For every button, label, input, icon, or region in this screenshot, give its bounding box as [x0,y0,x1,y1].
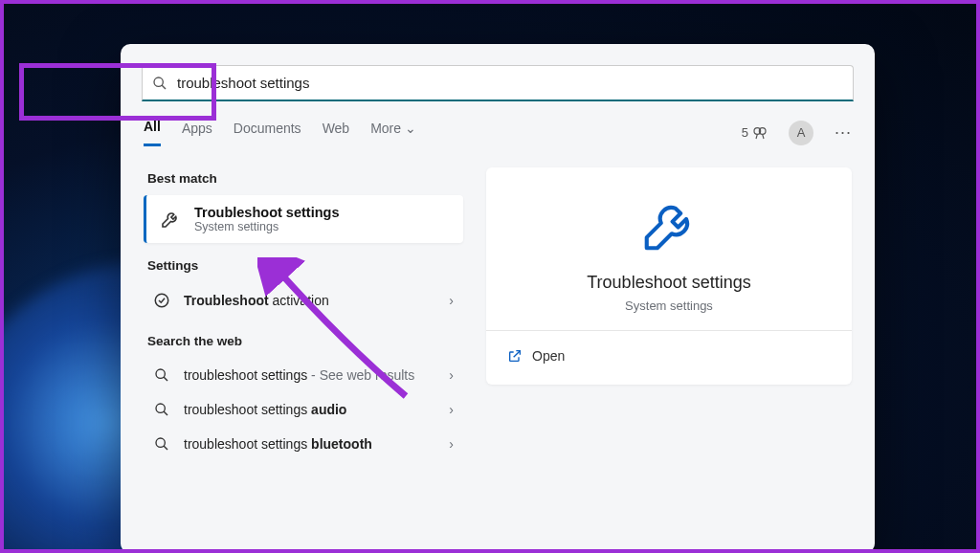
external-link-icon [507,348,523,364]
best-match-result[interactable]: Troubleshoot settings System settings [144,195,463,243]
chevron-right-icon: › [449,367,454,383]
web-result-1[interactable]: troubleshoot settings - See web results … [144,358,463,392]
section-best-match: Best match [147,171,459,186]
rewards-indicator[interactable]: 5 [742,125,768,141]
tab-more-label: More [370,121,401,136]
wrench-icon [158,207,183,232]
tab-documents[interactable]: Documents [234,121,301,145]
chevron-down-icon: ⌄ [405,121,416,136]
tab-all[interactable]: All [144,119,161,146]
web-result-3[interactable]: troubleshoot settings bluetooth › [144,427,463,461]
open-label: Open [532,348,565,364]
svg-point-4 [155,294,168,307]
svg-point-7 [156,404,165,412]
open-action[interactable]: Open [505,341,833,371]
detail-subtitle: System settings [505,299,833,313]
search-icon [151,436,172,452]
section-search-web: Search the web [147,334,459,348]
svg-line-10 [164,446,167,450]
svg-point-5 [156,369,165,378]
best-match-subtitle: System settings [194,220,339,233]
svg-line-8 [164,411,167,415]
wrench-icon-large [505,196,833,255]
checkmark-circle-icon [151,292,172,309]
settings-result-activation[interactable]: Troubleshoot activation › [144,282,463,319]
divider [486,330,852,331]
search-icon [151,402,172,417]
search-icon [152,76,167,91]
filter-tabs: All Apps Documents Web More ⌄ 5 A ··· [121,101,875,146]
tab-apps[interactable]: Apps [182,121,212,145]
user-avatar[interactable]: A [789,121,813,145]
web-result-1-label: troubleshoot settings - See web results [184,367,414,383]
results-column: Best match Troubleshoot settings System … [121,156,475,541]
web-result-3-label: troubleshoot settings bluetooth [184,436,372,452]
overflow-menu[interactable]: ··· [835,122,852,143]
svg-line-6 [164,377,167,381]
search-icon [151,367,172,383]
rewards-count: 5 [742,125,748,140]
search-input[interactable]: troubleshoot settings [142,65,854,101]
svg-point-9 [156,438,165,447]
tab-web[interactable]: Web [323,121,350,145]
best-match-title: Troubleshoot settings [194,205,339,220]
tab-more[interactable]: More ⌄ [370,121,416,145]
medal-icon [752,125,768,141]
svg-line-1 [162,85,166,89]
web-result-2[interactable]: troubleshoot settings audio › [144,392,463,427]
svg-point-0 [154,77,163,86]
start-search-panel: troubleshoot settings All Apps Documents… [121,44,875,553]
detail-title: Troubleshoot settings [505,273,833,293]
chevron-right-icon: › [449,436,454,452]
search-query-text: troubleshoot settings [177,75,309,91]
section-settings: Settings [147,258,459,273]
searchbar-container: troubleshoot settings [142,65,854,101]
web-result-2-label: troubleshoot settings audio [184,402,346,417]
settings-result-label: Troubleshoot activation [184,293,329,308]
detail-card: Troubleshoot settings System settings Op… [486,167,852,385]
chevron-right-icon: › [449,402,454,417]
detail-column: Troubleshoot settings System settings Op… [475,156,875,541]
chevron-right-icon: › [449,293,454,308]
